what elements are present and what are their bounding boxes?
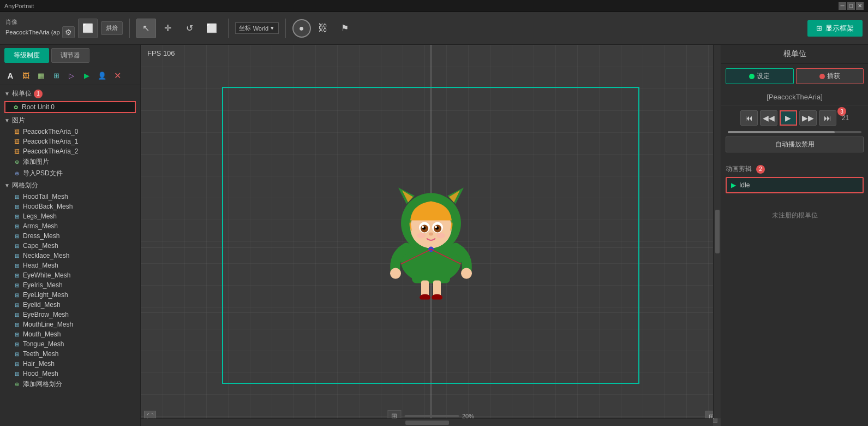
mesh-item-4[interactable]: ⊞ Dress_Mesh xyxy=(0,231,140,241)
anim-progress-fill xyxy=(728,131,835,133)
char-name-text: [PeacockTheAria] xyxy=(767,93,823,101)
mesh-item-1[interactable]: ⊞ HoodBack_Mesh xyxy=(0,202,140,211)
image-item-0[interactable]: 🖼 PeacockTheAria_0 xyxy=(0,127,140,137)
icon-play-btn[interactable]: ▶ xyxy=(80,68,94,82)
icon-close-btn[interactable]: ✕ xyxy=(110,68,124,82)
mesh-label-12: EyeBrow_Mesh xyxy=(23,311,69,318)
skip-back-btn[interactable]: ⏮ xyxy=(740,110,758,126)
icon-anim-btn[interactable]: ▷ xyxy=(64,68,79,82)
icon-grid-btn[interactable]: ⊞ xyxy=(49,68,63,82)
coord-value: World xyxy=(253,25,269,32)
anim-list-item-idle[interactable]: ▶ Idle xyxy=(727,178,863,192)
svg-point-25 xyxy=(432,294,442,300)
scale-tool[interactable]: ⬜ xyxy=(202,19,222,38)
select-tool[interactable]: ↖ xyxy=(136,19,156,38)
section-mesh[interactable]: ▼ 网格划分 xyxy=(0,179,140,192)
mesh-item-17[interactable]: ⊞ Hair_Mesh xyxy=(0,359,140,369)
svg-point-2 xyxy=(390,268,401,279)
section-root-unit[interactable]: ▼ 根单位 1 xyxy=(0,87,140,100)
mesh-item-10[interactable]: ⊞ EyeLight_Mesh xyxy=(0,290,140,300)
mesh-item-6[interactable]: ⊞ Necklace_Mesh xyxy=(0,251,140,261)
mesh-icon: ⊞ xyxy=(13,340,21,348)
root-unit-label: Root Unit 0 xyxy=(22,103,55,111)
maximize-btn[interactable]: □ xyxy=(847,2,855,10)
mesh-item-11[interactable]: ⊞ Eyelid_Mesh xyxy=(0,300,140,310)
move-tool[interactable]: ✛ xyxy=(158,19,178,38)
canvas-area[interactable]: FPS 106 xyxy=(141,45,721,426)
coord-selector[interactable]: 坐标 World ▾ xyxy=(235,22,279,34)
mesh-icon: ⊞ xyxy=(13,281,21,289)
v-scrollbar-thumb[interactable] xyxy=(715,210,720,253)
mesh-item-18[interactable]: ⊞ Hood_Mesh xyxy=(0,369,140,378)
root-unit-item[interactable]: ✿ Root Unit 0 xyxy=(4,101,136,113)
anim-progress-bar[interactable] xyxy=(728,131,861,133)
vertical-scrollbar[interactable] xyxy=(713,45,721,418)
auto-play-btn[interactable]: 自动播放禁用 xyxy=(726,137,864,152)
icon-person-btn[interactable]: 👤 xyxy=(95,68,109,82)
tab-hierarchy[interactable]: 等级制度 xyxy=(4,48,49,63)
mesh-item-14[interactable]: ⊞ Mouth_Mesh xyxy=(0,329,140,339)
next-frame-btn[interactable]: ▶▶ xyxy=(799,110,817,126)
add-mesh-item[interactable]: ⊕ 添加网格划分 xyxy=(0,378,140,390)
play-btn[interactable]: ▶ xyxy=(780,110,797,126)
mesh-item-15[interactable]: ⊞ Tongue_Mesh xyxy=(0,339,140,349)
setup-btn[interactable]: 设定 xyxy=(726,68,794,84)
mesh-item-7[interactable]: ⊞ Head_Mesh xyxy=(0,261,140,270)
close-btn[interactable]: ✕ xyxy=(856,2,864,10)
mesh-label-0: HoodTail_Mesh xyxy=(23,193,68,200)
image-item-2[interactable]: 🖼 PeacockTheAria_2 xyxy=(0,146,140,156)
mesh-label-8: EyeWhite_Mesh xyxy=(23,271,70,279)
mesh-item-16[interactable]: ⊞ Teeth_Mesh xyxy=(0,349,140,359)
capture-btn[interactable]: 插获 xyxy=(796,68,864,84)
mesh-item-3[interactable]: ⊞ Arms_Mesh xyxy=(0,221,140,231)
mesh-label-16: Teeth_Mesh xyxy=(23,350,58,358)
link-tool[interactable]: ⛓ xyxy=(313,19,333,38)
import-psd-item[interactable]: ⊕ 导入PSD文件 xyxy=(0,168,140,179)
right-panel-title: 根单位 xyxy=(721,45,868,64)
flag-tool[interactable]: ⚑ xyxy=(335,19,355,38)
image-icon: 🖼 xyxy=(13,128,21,135)
icon-table-btn[interactable]: ▦ xyxy=(34,68,48,82)
settings-icon-btn[interactable]: ⚙ xyxy=(62,26,75,38)
mesh-label-18: Hood_Mesh xyxy=(23,370,58,377)
mesh-icon: ⊞ xyxy=(13,321,21,328)
rotate-tool[interactable]: ↺ xyxy=(180,19,200,38)
anim-idle-label: Idle xyxy=(739,181,750,189)
mesh-item-9[interactable]: ⊞ EyeIris_Mesh xyxy=(0,280,140,290)
psd-icon: ⊕ xyxy=(13,170,21,177)
chevron-down-icon: ▼ xyxy=(4,91,10,97)
skip-fwd-btn[interactable]: ⏭ xyxy=(819,110,836,126)
bake-btn[interactable]: 烘焙 xyxy=(101,21,123,35)
coord-label: 坐标 xyxy=(239,24,251,32)
icon-img-btn[interactable]: 🖼 xyxy=(19,68,33,82)
mesh-item-12[interactable]: ⊞ EyeBrow_Mesh xyxy=(0,310,140,319)
mesh-icon: ⊞ xyxy=(13,193,21,200)
mesh-label-6: Necklace_Mesh xyxy=(23,252,69,259)
left-panel: 等级制度 调节器 A 🖼 ▦ ⊞ ▷ ▶ 👤 ✕ ▼ 根单位 1 ✿ Root … xyxy=(0,45,141,426)
add-image-item[interactable]: ⊕ 添加图片 xyxy=(0,156,140,168)
icon-text-btn[interactable]: A xyxy=(3,68,17,82)
svg-point-18 xyxy=(429,233,433,236)
tab-modifiers[interactable]: 调节器 xyxy=(51,48,89,63)
minimize-btn[interactable]: ─ xyxy=(839,2,846,10)
mesh-item-13[interactable]: ⊞ MouthLine_Mesh xyxy=(0,319,140,329)
prev-frame-btn[interactable]: ◀◀ xyxy=(760,110,777,126)
mesh-item-0[interactable]: ⊞ HoodTail_Mesh xyxy=(0,192,140,202)
anim-controls: ⏮ ◀◀ ▶ ▶▶ ⏭ 21 xyxy=(721,106,868,130)
mesh-item-2[interactable]: ⊞ Legs_Mesh xyxy=(0,211,140,221)
mesh-item-5[interactable]: ⊞ Cape_Mesh xyxy=(0,241,140,251)
mesh-item-8[interactable]: ⊞ EyeWhite_Mesh xyxy=(0,270,140,280)
image-item-1[interactable]: 🖼 PeacockTheAria_1 xyxy=(0,137,140,146)
display-frame-btn[interactable]: ⊞ 显示框架 xyxy=(807,20,863,37)
h-scrollbar-thumb[interactable] xyxy=(405,421,449,425)
circle-tool[interactable]: ● xyxy=(292,19,311,38)
export-btn[interactable]: ⬜ xyxy=(78,19,98,38)
auto-play-label: 自动播放禁用 xyxy=(775,140,815,148)
horizontal-scrollbar[interactable] xyxy=(141,418,713,426)
right-panel: 根单位 设定 插获 [PeacockTheAria] 3 ⏮ ◀◀ ▶ xyxy=(721,45,868,426)
sep3 xyxy=(285,19,286,38)
zoom-slider[interactable] xyxy=(404,415,459,417)
window-controls[interactable]: ─ □ ✕ xyxy=(839,2,864,10)
section-images[interactable]: ▼ 图片 xyxy=(0,114,140,127)
badge-2: 2 xyxy=(756,165,765,174)
